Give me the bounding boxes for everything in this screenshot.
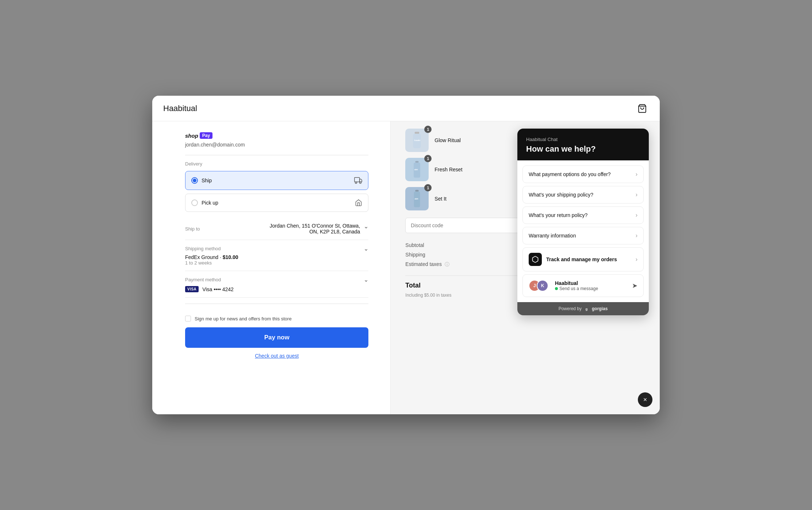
newsletter-label: Sign me up for news and offers from this… bbox=[195, 316, 292, 321]
pay-now-button[interactable]: Pay now bbox=[185, 327, 368, 348]
ship-label: Ship bbox=[202, 178, 212, 183]
ship-to-row[interactable]: Ship to Jordan Chen, 151 O'Connor St, Ot… bbox=[185, 218, 368, 240]
bottle-svg-3: abit bbox=[412, 189, 422, 208]
chat-option-return-text: What's your return policy? bbox=[529, 212, 587, 218]
box-icon bbox=[532, 256, 539, 263]
gorgias-icon: g bbox=[585, 306, 590, 312]
powered-text: Powered by bbox=[559, 306, 582, 311]
delivery-option-pickup[interactable]: Pick up bbox=[185, 194, 368, 212]
item-img-wrap-3: abit 1 bbox=[405, 187, 429, 210]
item-badge-1: 1 bbox=[424, 126, 432, 133]
track-chevron: › bbox=[636, 256, 637, 263]
taxes-label: Estimated taxes ⓘ bbox=[405, 261, 449, 268]
message-subtitle: Send us a message bbox=[559, 286, 598, 291]
track-text: Track and manage my orders bbox=[546, 256, 631, 262]
chat-option-warranty[interactable]: Warranty information › bbox=[522, 227, 644, 244]
app-window: Haabitual shop Pay jordan.chen@domain.co… bbox=[152, 96, 660, 414]
chat-close-button[interactable]: × bbox=[638, 392, 652, 407]
item-img-wrap-1: haabi 1 bbox=[405, 129, 429, 152]
svg-text:haabi: haabi bbox=[414, 139, 421, 141]
chat-option-payment[interactable]: What payment options do you offer? › bbox=[522, 165, 644, 183]
shipping-method-chevron: ⌄ bbox=[364, 245, 368, 252]
delivery-options: Ship Pick up bbox=[185, 171, 368, 212]
chat-header: Haabitual Chat How can we help? bbox=[517, 129, 649, 160]
agent-avatars: J K bbox=[529, 280, 545, 292]
truck-icon bbox=[354, 176, 362, 184]
ship-to-value: Jordan Chen, 151 O'Connor St, Ottawa, ON… bbox=[265, 223, 360, 235]
visa-badge: VISA bbox=[185, 286, 199, 292]
svg-rect-4 bbox=[415, 132, 420, 134]
order-summary-panel: haabi 1 Glow Ritual $59.00 bbox=[391, 121, 660, 414]
payment-chevron: ⌄ bbox=[364, 276, 368, 283]
message-brand-name: Haabitual bbox=[555, 280, 628, 286]
chat-body: What payment options do you offer? › Wha… bbox=[517, 160, 649, 302]
newsletter-checkbox[interactable] bbox=[185, 316, 191, 321]
item-badge-3: 1 bbox=[424, 184, 432, 191]
shipping-summary-label: Shipping bbox=[405, 252, 425, 258]
checkout-panel: shop Pay jordan.chen@domain.com Delivery bbox=[152, 121, 391, 414]
radio-ship bbox=[191, 177, 198, 184]
chat-option-return[interactable]: What's your return policy? › bbox=[522, 206, 644, 224]
bottle-svg-2: abit bbox=[411, 160, 423, 179]
subtotal-label: Subtotal bbox=[405, 242, 424, 248]
item-badge-2: 1 bbox=[424, 155, 432, 162]
payment-method-label: Payment method bbox=[185, 277, 221, 282]
chat-title: How can we help? bbox=[526, 144, 640, 154]
main-content: shop Pay jordan.chen@domain.com Delivery bbox=[152, 121, 660, 414]
guest-checkout-link[interactable]: Check out as guest bbox=[185, 353, 368, 359]
app-title: Haabitual bbox=[163, 104, 197, 113]
shipping-time: 1 to 2 weeks bbox=[185, 260, 368, 266]
pay-badge: Pay bbox=[200, 132, 212, 139]
svg-point-2 bbox=[355, 182, 357, 184]
taxes-info-icon[interactable]: ⓘ bbox=[445, 262, 449, 267]
shipping-carrier: FedEx Ground · $10.00 bbox=[185, 254, 368, 260]
chat-option-shipping[interactable]: What's your shipping policy? › bbox=[522, 186, 644, 203]
card-info: VISA Visa •••• 4242 bbox=[185, 286, 368, 292]
chat-option-shipping-text: What's your shipping policy? bbox=[529, 192, 593, 198]
chat-option-warranty-text: Warranty information bbox=[529, 233, 576, 239]
svg-text:g: g bbox=[585, 307, 587, 311]
chat-widget: Haabitual Chat How can we help? What pay… bbox=[517, 129, 649, 315]
shop-pay-logo: shop Pay bbox=[185, 132, 368, 139]
ship-to-chevron: ⌄ bbox=[364, 223, 368, 230]
chat-footer: Powered by g gorgias bbox=[517, 302, 649, 315]
shipping-method-label: Shipping method bbox=[185, 246, 221, 251]
chat-chevron-warranty: › bbox=[636, 232, 637, 239]
delivery-section: Delivery Ship bbox=[185, 161, 368, 212]
ship-to-label: Ship to bbox=[185, 226, 200, 232]
avatar-2: K bbox=[537, 280, 548, 292]
shop-text: shop bbox=[185, 133, 198, 139]
svg-point-3 bbox=[360, 182, 361, 184]
payment-method-row[interactable]: Payment method ⌄ VISA Visa •••• 4242 bbox=[185, 271, 368, 298]
chat-track-orders[interactable]: Track and manage my orders › bbox=[522, 247, 644, 271]
divider-2 bbox=[185, 304, 368, 304]
chat-message-button[interactable]: J K Haabitual Send us a message ➤ bbox=[522, 274, 644, 297]
total-final-label: Total bbox=[405, 282, 421, 289]
svg-text:abit: abit bbox=[415, 198, 418, 200]
gorgias-logo: g gorgias bbox=[585, 306, 608, 312]
svg-text:abit: abit bbox=[414, 168, 418, 171]
svg-rect-1 bbox=[355, 178, 360, 182]
send-icon: ➤ bbox=[632, 282, 637, 290]
radio-pickup bbox=[191, 199, 198, 206]
chat-chevron-payment: › bbox=[636, 171, 637, 178]
cart-button[interactable] bbox=[636, 102, 649, 115]
delivery-option-ship[interactable]: Ship bbox=[185, 171, 368, 190]
track-icon bbox=[529, 253, 542, 266]
chat-chevron-shipping: › bbox=[636, 191, 637, 198]
shipping-method-row[interactable]: Shipping method ⌄ FedEx Ground · $10.00 … bbox=[185, 240, 368, 271]
newsletter-row[interactable]: Sign me up for news and offers from this… bbox=[185, 310, 368, 327]
bottle-svg-1: haabi bbox=[410, 131, 424, 149]
card-number: Visa •••• 4242 bbox=[202, 286, 234, 292]
pickup-label: Pick up bbox=[202, 200, 218, 206]
chat-chevron-return: › bbox=[636, 212, 637, 218]
item-img-wrap-2: abit 1 bbox=[405, 158, 429, 181]
svg-rect-10 bbox=[415, 190, 419, 192]
delivery-label: Delivery bbox=[185, 161, 368, 167]
online-indicator bbox=[555, 287, 558, 290]
shop-pay-section: shop Pay jordan.chen@domain.com bbox=[185, 132, 368, 148]
divider-1 bbox=[185, 155, 368, 155]
store-icon bbox=[355, 199, 362, 206]
shop-email: jordan.chen@domain.com bbox=[185, 142, 368, 148]
chat-option-payment-text: What payment options do you offer? bbox=[529, 171, 611, 177]
